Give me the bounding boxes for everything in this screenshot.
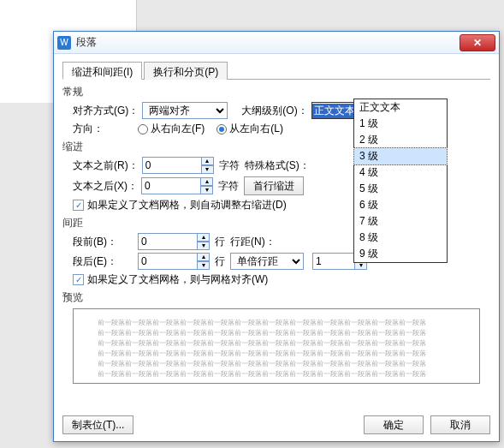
direction-rtl-radio[interactable]: 从右向左(F) — [138, 122, 205, 136]
spin-down-icon[interactable]: ▾ — [197, 242, 210, 250]
unit-lines: 行 — [215, 254, 225, 269]
outline-option[interactable]: 3 级 — [353, 147, 448, 165]
para-after-spinner[interactable]: ▴▾ — [138, 253, 210, 270]
snap-grid-checkbox[interactable]: ✓如果定义了文档网格，则与网格对齐(W) — [73, 272, 268, 287]
direction-ltr-radio[interactable]: 从左向右(L) — [216, 122, 283, 136]
line-spacing-label: 行距(N)： — [230, 235, 280, 249]
close-button[interactable]: ✕ — [460, 34, 495, 51]
outline-label: 大纲级别(O)： — [241, 104, 307, 118]
tab-page-break[interactable]: 换行和分页(P) — [144, 62, 228, 80]
app-icon: W — [57, 36, 71, 50]
auto-adjust-checkbox[interactable]: ✓如果定义了文档网格，则自动调整右缩进(D) — [73, 198, 287, 212]
titlebar: W 段落 ✕ — [54, 32, 499, 54]
para-before-spinner[interactable]: ▴▾ — [138, 233, 210, 250]
cancel-button[interactable]: 取消 — [430, 415, 490, 434]
direction-label: 方向： — [73, 122, 134, 136]
window-title: 段落 — [76, 35, 460, 50]
unit-chars: 字符 — [218, 179, 239, 194]
tab-strip: 缩进和间距(I) 换行和分页(P) — [62, 61, 490, 80]
unit-chars: 字符 — [219, 158, 240, 173]
outline-option[interactable]: 2 级 — [354, 132, 447, 148]
text-after-spinner[interactable]: ▴▾ — [141, 177, 213, 194]
line-spacing-select[interactable]: 单倍行距 — [230, 253, 304, 270]
para-before-label: 段前(B)： — [73, 235, 134, 249]
spin-down-icon[interactable]: ▾ — [197, 261, 210, 270]
tab-indent-spacing[interactable]: 缩进和间距(I) — [62, 62, 142, 80]
preview-box: 前一段落前一段落前一段落前一段落前一段落前一段落前一段落前一段落前一段落前一段落… — [73, 308, 480, 384]
paragraph-dialog: W 段落 ✕ 缩进和间距(I) 换行和分页(P) 常规 对齐方式(G)： 两端对… — [53, 31, 500, 442]
outline-option[interactable]: 8 级 — [354, 230, 447, 246]
align-select[interactable]: 两端对齐 — [142, 102, 228, 119]
spin-up-icon[interactable]: ▴ — [201, 157, 214, 165]
spin-down-icon[interactable]: ▾ — [200, 186, 213, 194]
text-before-spinner[interactable]: ▴▾ — [142, 157, 214, 174]
text-after-label: 文本之后(X)： — [73, 179, 138, 194]
spin-down-icon[interactable]: ▾ — [201, 165, 214, 174]
outline-option[interactable]: 4 级 — [354, 164, 447, 181]
first-line-indent-button[interactable]: 首行缩进 — [244, 176, 304, 195]
outline-option[interactable]: 5 级 — [354, 181, 447, 197]
para-after-label: 段后(E)： — [73, 254, 134, 269]
section-preview: 预览 — [62, 290, 490, 305]
text-before-label: 文本之前(R)： — [73, 158, 139, 173]
ok-button[interactable]: 确定 — [364, 415, 424, 434]
spin-up-icon[interactable]: ▴ — [197, 233, 210, 242]
outline-option[interactable]: 6 级 — [354, 197, 447, 213]
outline-dropdown-list[interactable]: 正文文本1 级2 级3 级4 级5 级6 级7 级8 级9 级 — [353, 99, 448, 263]
spin-up-icon[interactable]: ▴ — [200, 177, 213, 186]
outline-option[interactable]: 7 级 — [354, 213, 447, 230]
outline-option[interactable]: 9 级 — [354, 246, 447, 262]
unit-lines: 行 — [215, 235, 225, 249]
spin-up-icon[interactable]: ▴ — [197, 253, 210, 261]
tabstops-button[interactable]: 制表位(T)... — [62, 415, 133, 434]
align-label: 对齐方式(G)： — [73, 104, 139, 118]
outline-option[interactable]: 正文文本 — [354, 99, 447, 116]
section-general: 常规 — [62, 85, 490, 99]
outline-option[interactable]: 1 级 — [354, 116, 447, 132]
special-format-label: 特殊格式(S)： — [245, 158, 310, 173]
